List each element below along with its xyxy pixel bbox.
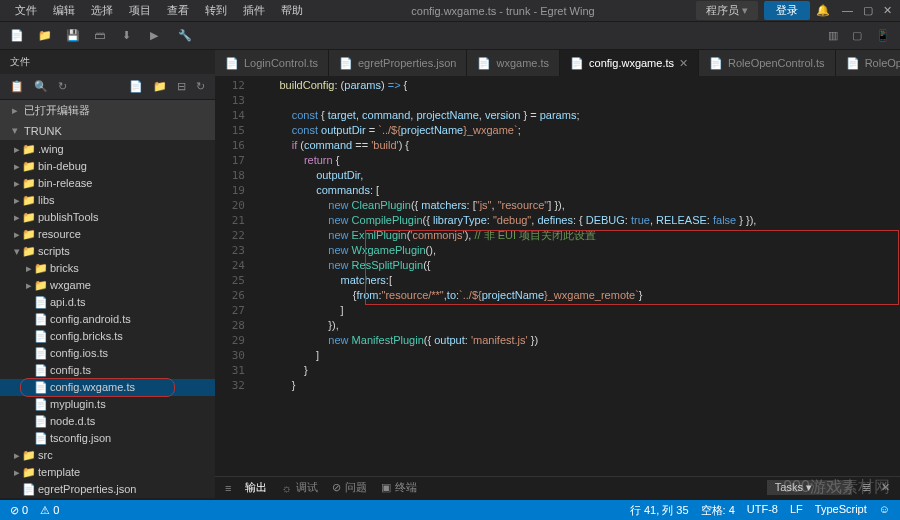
status-eol[interactable]: LF	[790, 503, 803, 518]
layout-icon[interactable]: ▥	[828, 29, 842, 43]
tree-item-scripts[interactable]: ▾📁scripts	[0, 243, 215, 260]
tab-egretProperties.json[interactable]: 📄egretProperties.json	[329, 50, 467, 76]
panel-clear-icon[interactable]: ≣	[862, 481, 871, 494]
tree-item-config.ts[interactable]: 📄config.ts	[0, 362, 215, 379]
editor-area: 📄LoginControl.ts📄egretProperties.json📄wx…	[215, 50, 900, 498]
panel-icon[interactable]: ▢	[852, 29, 866, 43]
menu-插件[interactable]: 插件	[236, 1, 272, 20]
tree-item-api.d.ts[interactable]: 📄api.d.ts	[0, 294, 215, 311]
tab-LoginControl.ts[interactable]: 📄LoginControl.ts	[215, 50, 329, 76]
tree-item-wxgame[interactable]: ▸📁wxgame	[0, 277, 215, 294]
device-icon[interactable]: 📱	[876, 29, 890, 43]
panel-tab-problems[interactable]: ⊘ 问题	[332, 480, 367, 495]
status-encoding[interactable]: UTF-8	[747, 503, 778, 518]
statusbar: ⊘ 0 ⚠ 0 行 41, 列 35 空格: 4 UTF-8 LF TypeSc…	[0, 500, 900, 520]
titlebar: 文件编辑选择项目查看转到插件帮助 config.wxgame.ts - trun…	[0, 0, 900, 22]
login-button[interactable]: 登录	[764, 1, 810, 20]
tree-item-node.d.ts[interactable]: 📄node.d.ts	[0, 413, 215, 430]
new-file-icon[interactable]: 📄	[129, 80, 143, 93]
sidebar-tools: 📋 🔍 ↻ 📄 📁 ⊟ ↻	[0, 74, 215, 100]
collapse-icon[interactable]: ⊟	[177, 80, 186, 93]
tree-item-resource[interactable]: ▸📁resource	[0, 226, 215, 243]
menu-项目[interactable]: 项目	[122, 1, 158, 20]
menu-转到[interactable]: 转到	[198, 1, 234, 20]
search-icon[interactable]: 🔍	[34, 80, 48, 93]
new-folder-icon[interactable]: 📁	[153, 80, 167, 93]
tree-item-egretProperties.json[interactable]: 📄egretProperties.json	[0, 481, 215, 498]
code-editor[interactable]: 12 13 14 15 16 17 18 19 20 21 22 23 24 2…	[215, 76, 900, 476]
code-content[interactable]: buildConfig: (params) => { const { targe…	[255, 76, 900, 476]
run-icon[interactable]: ▶	[150, 29, 164, 43]
toolbar: 📄 📁 💾 🗃 ⬇ ▶ 🔧 ▥ ▢ 📱	[0, 22, 900, 50]
panel-close-icon[interactable]: ✕	[881, 481, 890, 494]
status-feedback-icon[interactable]: ☺	[879, 503, 890, 518]
tasks-dropdown[interactable]: Tasks ▾	[767, 480, 852, 495]
refresh-icon[interactable]: ↻	[58, 80, 67, 93]
tree-item-config.android.ts[interactable]: 📄config.android.ts	[0, 311, 215, 328]
close-icon[interactable]: ✕	[883, 4, 892, 17]
tab-close-icon[interactable]: ✕	[679, 57, 688, 70]
tree-item-bricks[interactable]: ▸📁bricks	[0, 260, 215, 277]
tab-bar: 📄LoginControl.ts📄egretProperties.json📄wx…	[215, 50, 900, 76]
status-cursor[interactable]: 行 41, 列 35	[630, 503, 689, 518]
panel-tab-terminal[interactable]: ▣ 终端	[381, 480, 417, 495]
tree-item-publishTools[interactable]: ▸📁publishTools	[0, 209, 215, 226]
tree-item-tsconfig.json[interactable]: 📄tsconfig.json	[0, 430, 215, 447]
panel-tab-output[interactable]: 输出	[245, 480, 267, 495]
window-title: config.wxgame.ts - trunk - Egret Wing	[310, 5, 696, 17]
more-icon[interactable]: ↻	[196, 80, 205, 93]
new-file-icon[interactable]: 📄	[10, 29, 24, 43]
sidebar: 文件 📋 🔍 ↻ 📄 📁 ⊟ ↻ ▸已打开编辑器 ▾TRUNK ▸📁.wing▸…	[0, 50, 215, 498]
status-lang[interactable]: TypeScript	[815, 503, 867, 518]
notification-icon[interactable]: 🔔	[816, 4, 830, 17]
explorer-icon[interactable]: 📋	[10, 80, 24, 93]
status-indent[interactable]: 空格: 4	[701, 503, 735, 518]
open-folder-icon[interactable]: 📁	[38, 29, 52, 43]
tab-RoleOpenControl.ts[interactable]: 📄RoleOpenControl.ts	[699, 50, 836, 76]
bottom-panel: ≡ 输出 ☼ 调试 ⊘ 问题 ▣ 终端 Tasks ▾ ≣ ✕	[215, 476, 900, 498]
panel-tab-debug[interactable]: ☼ 调试	[281, 480, 317, 495]
programmer-button[interactable]: 程序员 ▾	[696, 1, 758, 20]
status-warnings[interactable]: ⚠ 0	[40, 504, 59, 517]
status-errors[interactable]: ⊘ 0	[10, 504, 28, 517]
tab-RoleOpenView.t[interactable]: 📄RoleOpenView.t	[836, 50, 900, 76]
save-icon[interactable]: 💾	[66, 29, 80, 43]
menu-帮助[interactable]: 帮助	[274, 1, 310, 20]
tree-item-config.wxgame.ts[interactable]: 📄config.wxgame.ts	[0, 379, 215, 396]
save-all-icon[interactable]: 🗃	[94, 29, 108, 43]
panel-toggle-icon[interactable]: ≡	[225, 482, 231, 494]
tree-item-config.bricks.ts[interactable]: 📄config.bricks.ts	[0, 328, 215, 345]
tool-icon[interactable]: 🔧	[178, 29, 192, 43]
sidebar-title: 文件	[0, 50, 215, 74]
tree-item-src[interactable]: ▸📁src	[0, 447, 215, 464]
section-trunk[interactable]: ▾TRUNK	[0, 121, 215, 140]
tree-item-myplugin.ts[interactable]: 📄myplugin.ts	[0, 396, 215, 413]
tree-item-bin-release[interactable]: ▸📁bin-release	[0, 175, 215, 192]
tree-item-bin-debug[interactable]: ▸📁bin-debug	[0, 158, 215, 175]
menu-编辑[interactable]: 编辑	[46, 1, 82, 20]
download-icon[interactable]: ⬇	[122, 29, 136, 43]
menu-选择[interactable]: 选择	[84, 1, 120, 20]
menubar: 文件编辑选择项目查看转到插件帮助	[8, 1, 310, 20]
title-actions: 程序员 ▾ 登录 🔔 — ▢ ✕	[696, 1, 892, 20]
line-gutter: 12 13 14 15 16 17 18 19 20 21 22 23 24 2…	[215, 76, 255, 476]
tab-wxgame.ts[interactable]: 📄wxgame.ts	[467, 50, 560, 76]
tree-item-config.ios.ts[interactable]: 📄config.ios.ts	[0, 345, 215, 362]
tree-item-template[interactable]: ▸📁template	[0, 464, 215, 481]
tree-item-.wing[interactable]: ▸📁.wing	[0, 141, 215, 158]
tree-item-libs[interactable]: ▸📁libs	[0, 192, 215, 209]
menu-文件[interactable]: 文件	[8, 1, 44, 20]
minimize-icon[interactable]: —	[842, 4, 853, 17]
menu-查看[interactable]: 查看	[160, 1, 196, 20]
maximize-icon[interactable]: ▢	[863, 4, 873, 17]
section-open-editors[interactable]: ▸已打开编辑器	[0, 100, 215, 121]
file-tree: ▸📁.wing▸📁bin-debug▸📁bin-release▸📁libs▸📁p…	[0, 140, 215, 498]
tab-config.wxgame.ts[interactable]: 📄config.wxgame.ts✕	[560, 50, 699, 76]
